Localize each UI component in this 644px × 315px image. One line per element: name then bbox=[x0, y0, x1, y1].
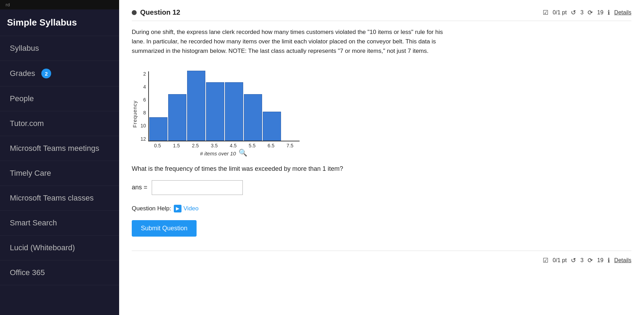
grades-badge: 2 bbox=[41, 69, 51, 78]
x-label-4: 4.5 bbox=[224, 143, 243, 148]
y-tick-12: 12 bbox=[141, 136, 146, 141]
sidebar-item-ms-teams-meetings[interactable]: Microsoft Teams meetings bbox=[0, 136, 119, 161]
bar-1 bbox=[168, 94, 186, 141]
sidebar-item-office365[interactable]: Office 365 bbox=[0, 260, 119, 285]
bar-5 bbox=[244, 94, 262, 141]
points-label: 0/1 pt bbox=[553, 9, 567, 16]
bars-container bbox=[148, 71, 300, 141]
chart-area: 0.51.52.53.54.55.56.57.5 # items over 10… bbox=[148, 71, 300, 157]
bar-6 bbox=[263, 112, 281, 141]
answer-input[interactable] bbox=[152, 180, 243, 195]
x-label-6: 6.5 bbox=[262, 143, 281, 148]
footer-retry-icon: ↺ bbox=[571, 257, 576, 264]
y-tick-2: 2 bbox=[141, 71, 146, 76]
sidebar-item-lucid[interactable]: Lucid (Whiteboard) bbox=[0, 236, 119, 260]
footer-checkbox-icon: ☑ bbox=[543, 257, 548, 264]
sidebar-item-label: Microsoft Teams classes bbox=[10, 194, 94, 203]
y-tick-4: 4 bbox=[141, 84, 146, 89]
x-label-0: 0.5 bbox=[148, 143, 167, 148]
y-axis-label: Frequency bbox=[132, 100, 138, 128]
sidebar-item-tutor[interactable]: Tutor.com bbox=[0, 111, 119, 136]
sidebar-item-people[interactable]: People bbox=[0, 86, 119, 111]
sub-question: What is the frequency of times the limit… bbox=[132, 165, 631, 173]
footer-attempts-label: 19 bbox=[597, 257, 603, 264]
details-link[interactable]: Details bbox=[614, 9, 631, 16]
retry-icon: ↺ bbox=[571, 9, 576, 16]
attempts-label: 19 bbox=[597, 9, 603, 16]
question-footer: ☑ 0/1 pt ↺ 3 ⟳ 19 ℹ Details bbox=[132, 251, 631, 264]
sidebar-top-strip: rd bbox=[0, 0, 119, 9]
x-label-7: 7.5 bbox=[281, 143, 300, 148]
sidebar-item-label: Lucid (Whiteboard) bbox=[10, 243, 75, 252]
y-tick-8: 8 bbox=[141, 110, 146, 115]
question-container: Question 12 ☑ 0/1 pt ↺ 3 ⟳ 19 ℹ Details … bbox=[119, 0, 644, 315]
question-number: Question 12 bbox=[132, 8, 180, 16]
sidebar-item-label: Simple Syllabus bbox=[7, 17, 77, 28]
sidebar-item-simple-syllabus[interactable]: Simple Syllabus bbox=[0, 9, 119, 36]
sidebar-item-label: Syllabus bbox=[10, 44, 39, 53]
video-label: Video bbox=[183, 205, 198, 212]
refresh-icon: ⟳ bbox=[588, 9, 593, 16]
info-icon: ℹ bbox=[608, 9, 610, 16]
x-axis-label: # items over 10 bbox=[200, 150, 236, 156]
x-labels: 0.51.52.53.54.55.56.57.5 bbox=[148, 143, 300, 148]
main-content: Question 12 ☑ 0/1 pt ↺ 3 ⟳ 19 ℹ Details … bbox=[119, 0, 644, 315]
histogram: Frequency 12 10 8 6 4 2 bbox=[132, 71, 300, 157]
sidebar-item-smart-search[interactable]: Smart Search bbox=[0, 211, 119, 236]
sidebar-item-grades[interactable]: Grades 2 bbox=[0, 61, 119, 86]
x-label-2: 2.5 bbox=[186, 143, 205, 148]
checkbox-icon: ☑ bbox=[543, 9, 548, 16]
question-header: Question 12 ☑ 0/1 pt ↺ 3 ⟳ 19 ℹ Details bbox=[132, 8, 631, 21]
x-label-3: 3.5 bbox=[205, 143, 224, 148]
x-axis-row: # items over 10 🔍 bbox=[148, 148, 300, 157]
question-body: During one shift, the express lane clerk… bbox=[132, 27, 447, 56]
sidebar-item-timely-care[interactable]: Timely Care bbox=[0, 161, 119, 186]
question-help: Question Help: ▶ Video bbox=[132, 205, 631, 212]
sidebar-item-label: Smart Search bbox=[10, 218, 57, 227]
bar-3 bbox=[206, 82, 224, 141]
ans-label: ans = bbox=[132, 184, 148, 191]
footer-retries-label: 3 bbox=[580, 257, 583, 264]
sidebar: rd Simple Syllabus Syllabus Grades 2 Peo… bbox=[0, 0, 119, 315]
sidebar-item-syllabus[interactable]: Syllabus bbox=[0, 36, 119, 61]
bar-4 bbox=[225, 82, 243, 141]
bar-0 bbox=[149, 117, 167, 141]
sidebar-item-label: Microsoft Teams meetings bbox=[10, 144, 99, 153]
footer-points-label: 0/1 pt bbox=[553, 257, 567, 264]
magnify-icon[interactable]: 🔍 bbox=[239, 148, 247, 157]
sidebar-item-label: People bbox=[10, 94, 34, 103]
sidebar-item-label: Tutor.com bbox=[10, 119, 44, 128]
x-label-5: 5.5 bbox=[243, 143, 262, 148]
y-tick-6: 6 bbox=[141, 97, 146, 102]
answer-row: ans = bbox=[132, 180, 631, 195]
question-dot bbox=[132, 10, 137, 15]
question-meta: ☑ 0/1 pt ↺ 3 ⟳ 19 ℹ Details bbox=[543, 9, 631, 16]
retries-label: 3 bbox=[580, 9, 583, 16]
x-label-1: 1.5 bbox=[167, 143, 186, 148]
video-icon: ▶ bbox=[174, 205, 181, 212]
y-tick-10: 10 bbox=[141, 123, 146, 128]
submit-button[interactable]: Submit Question bbox=[132, 220, 197, 237]
sidebar-item-label: Timely Care bbox=[10, 169, 51, 178]
help-label: Question Help: bbox=[132, 205, 171, 212]
footer-refresh-icon: ⟳ bbox=[588, 257, 593, 264]
footer-details-link[interactable]: Details bbox=[614, 257, 631, 264]
sidebar-item-label: Grades bbox=[10, 69, 35, 78]
sidebar-item-label: Office 365 bbox=[10, 268, 45, 277]
question-number-label: Question 12 bbox=[140, 8, 180, 16]
sidebar-item-ms-teams-classes[interactable]: Microsoft Teams classes bbox=[0, 186, 119, 211]
bar-2 bbox=[187, 71, 205, 141]
y-ticks: 12 10 8 6 4 2 bbox=[141, 71, 146, 141]
footer-info-icon: ℹ bbox=[608, 257, 610, 264]
video-link[interactable]: ▶ Video bbox=[174, 205, 198, 212]
